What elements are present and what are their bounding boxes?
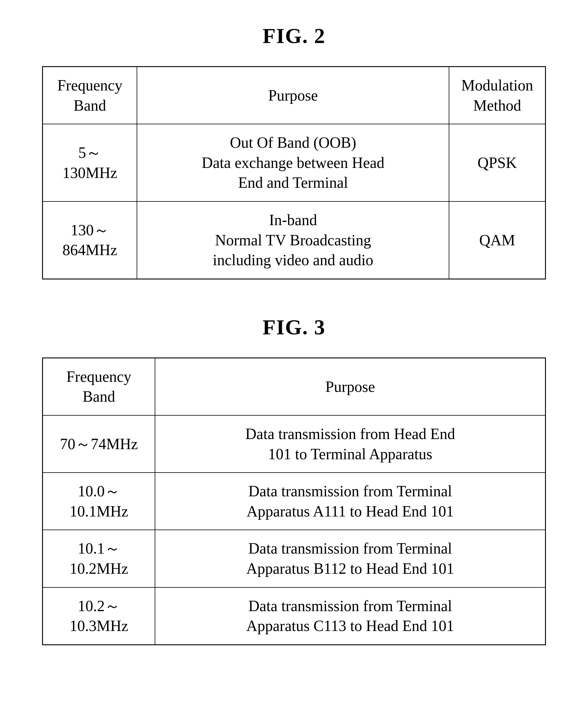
fig3-row4-freq: 10.2～10.3MHz: [43, 587, 155, 645]
fig2-header-modulation: ModulationMethod: [449, 67, 545, 124]
table-row: 70～74MHz Data transmission from Head End…: [43, 415, 546, 473]
fig3-row1-purpose: Data transmission from Head End101 to Te…: [155, 415, 545, 473]
fig3-header-purpose: Purpose: [155, 358, 545, 415]
table-row: 130～864MHz In-bandNormal TV Broadcasting…: [43, 201, 546, 279]
fig2-row2-mod: QAM: [449, 201, 545, 279]
fig2-row1-freq: 5～130MHz: [43, 124, 137, 201]
fig3-title: FIG. 3: [262, 315, 326, 340]
fig2-table: FrequencyBand Purpose ModulationMethod 5…: [42, 66, 546, 279]
fig2-title: FIG. 2: [262, 24, 326, 48]
table-row: 10.1～10.2MHz Data transmission from Term…: [43, 530, 546, 587]
fig3-row2-freq: 10.0～10.1MHz: [43, 473, 155, 530]
figure-2-section: FIG. 2 FrequencyBand Purpose ModulationM…: [30, 24, 558, 279]
fig2-header-purpose: Purpose: [137, 67, 449, 124]
fig3-row3-freq: 10.1～10.2MHz: [43, 530, 155, 587]
fig2-row1-purpose: Out Of Band (OOB)Data exchange between H…: [137, 124, 449, 201]
fig2-header-frequency: FrequencyBand: [43, 67, 137, 124]
table-row: 10.0～10.1MHz Data transmission from Term…: [43, 473, 546, 530]
fig3-row3-purpose: Data transmission from TerminalApparatus…: [155, 530, 545, 587]
table-row: 5～130MHz Out Of Band (OOB)Data exchange …: [43, 124, 546, 201]
fig2-row2-purpose: In-bandNormal TV Broadcastingincluding v…: [137, 201, 449, 279]
fig3-header-frequency: FrequencyBand: [43, 358, 155, 415]
fig3-row4-purpose: Data transmission from TerminalApparatus…: [155, 587, 545, 645]
fig3-table: FrequencyBand Purpose 70～74MHz Data tran…: [42, 358, 546, 645]
figure-3-section: FIG. 3 FrequencyBand Purpose 70～74MHz Da…: [30, 315, 558, 645]
fig2-row1-mod: QPSK: [449, 124, 545, 201]
fig3-row2-purpose: Data transmission from TerminalApparatus…: [155, 473, 545, 530]
table-row: 10.2～10.3MHz Data transmission from Term…: [43, 587, 546, 645]
fig3-row1-freq: 70～74MHz: [43, 415, 155, 473]
fig2-row2-freq: 130～864MHz: [43, 201, 137, 279]
